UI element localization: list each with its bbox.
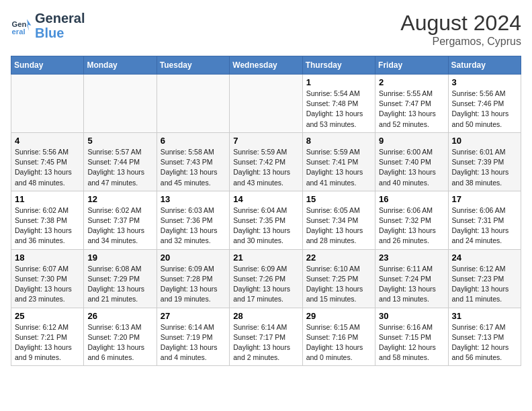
day-number: 18 (15, 253, 80, 263)
day-number: 15 (306, 194, 371, 204)
day-number: 26 (87, 311, 152, 321)
svg-text:Gen: Gen (12, 20, 27, 28)
calendar-header: SundayMondayTuesdayWednesdayThursdayFrid… (11, 56, 521, 75)
day-content: Sunrise: 6:14 AM Sunset: 7:17 PM Dayligh… (233, 322, 298, 363)
day-content: Sunrise: 6:03 AM Sunset: 7:36 PM Dayligh… (161, 205, 226, 246)
calendar-cell: 11Sunrise: 6:02 AM Sunset: 7:38 PM Dayli… (11, 191, 84, 249)
calendar-cell: 2Sunrise: 5:55 AM Sunset: 7:47 PM Daylig… (375, 75, 448, 133)
title-block: August 2024 Pergamos, Cyprus (400, 11, 521, 48)
calendar-cell (11, 75, 84, 133)
calendar-cell (230, 75, 302, 133)
day-number: 2 (379, 77, 444, 87)
logo-icon: Gen eral (11, 15, 32, 36)
calendar-cell: 9Sunrise: 6:00 AM Sunset: 7:40 PM Daylig… (375, 132, 448, 191)
day-content: Sunrise: 5:58 AM Sunset: 7:43 PM Dayligh… (161, 147, 226, 188)
day-content: Sunrise: 6:02 AM Sunset: 7:37 PM Dayligh… (87, 205, 152, 246)
day-content: Sunrise: 5:54 AM Sunset: 7:48 PM Dayligh… (306, 89, 371, 130)
day-content: Sunrise: 6:07 AM Sunset: 7:30 PM Dayligh… (15, 264, 80, 305)
header-cell-saturday: Saturday (448, 56, 521, 75)
day-number: 19 (87, 253, 152, 263)
day-content: Sunrise: 5:59 AM Sunset: 7:42 PM Dayligh… (233, 147, 298, 188)
header-cell-monday: Monday (84, 56, 157, 75)
svg-marker-2 (27, 19, 31, 31)
day-content: Sunrise: 6:00 AM Sunset: 7:40 PM Dayligh… (379, 147, 444, 188)
day-number: 12 (87, 194, 152, 204)
calendar-week-row: 25Sunrise: 6:12 AM Sunset: 7:21 PM Dayli… (11, 308, 521, 366)
calendar-cell: 3Sunrise: 5:56 AM Sunset: 7:46 PM Daylig… (448, 75, 521, 133)
header-cell-thursday: Thursday (302, 56, 375, 75)
calendar-week-row: 4Sunrise: 5:56 AM Sunset: 7:45 PM Daylig… (11, 132, 521, 191)
calendar-cell: 20Sunrise: 6:09 AM Sunset: 7:28 PM Dayli… (157, 249, 229, 308)
header-cell-sunday: Sunday (11, 56, 84, 75)
day-content: Sunrise: 5:56 AM Sunset: 7:46 PM Dayligh… (452, 89, 517, 130)
header-cell-friday: Friday (375, 56, 448, 75)
calendar-cell: 17Sunrise: 6:06 AM Sunset: 7:31 PM Dayli… (448, 191, 521, 249)
day-content: Sunrise: 6:06 AM Sunset: 7:31 PM Dayligh… (452, 205, 517, 246)
day-content: Sunrise: 6:04 AM Sunset: 7:35 PM Dayligh… (233, 205, 298, 246)
day-number: 22 (306, 253, 371, 263)
day-content: Sunrise: 5:55 AM Sunset: 7:47 PM Dayligh… (379, 89, 444, 130)
day-content: Sunrise: 6:08 AM Sunset: 7:29 PM Dayligh… (87, 264, 152, 305)
calendar-cell: 1Sunrise: 5:54 AM Sunset: 7:48 PM Daylig… (302, 75, 375, 133)
calendar-cell: 18Sunrise: 6:07 AM Sunset: 7:30 PM Dayli… (11, 249, 84, 308)
calendar-cell: 15Sunrise: 6:05 AM Sunset: 7:34 PM Dayli… (302, 191, 375, 249)
day-content: Sunrise: 6:09 AM Sunset: 7:26 PM Dayligh… (233, 264, 298, 305)
calendar-cell: 5Sunrise: 5:57 AM Sunset: 7:44 PM Daylig… (84, 132, 157, 191)
day-content: Sunrise: 6:05 AM Sunset: 7:34 PM Dayligh… (306, 205, 371, 246)
day-content: Sunrise: 5:56 AM Sunset: 7:45 PM Dayligh… (15, 147, 80, 188)
calendar-cell: 25Sunrise: 6:12 AM Sunset: 7:21 PM Dayli… (11, 308, 84, 366)
header-row: SundayMondayTuesdayWednesdayThursdayFrid… (11, 56, 521, 75)
calendar-cell: 8Sunrise: 5:59 AM Sunset: 7:41 PM Daylig… (302, 132, 375, 191)
calendar-table: SundayMondayTuesdayWednesdayThursdayFrid… (11, 56, 521, 366)
calendar-cell: 27Sunrise: 6:14 AM Sunset: 7:19 PM Dayli… (157, 308, 229, 366)
day-number: 9 (379, 136, 444, 146)
day-content: Sunrise: 6:17 AM Sunset: 7:13 PM Dayligh… (452, 322, 517, 363)
header-cell-wednesday: Wednesday (230, 56, 302, 75)
day-content: Sunrise: 6:15 AM Sunset: 7:16 PM Dayligh… (306, 322, 371, 363)
day-number: 10 (452, 136, 517, 146)
day-content: Sunrise: 6:12 AM Sunset: 7:21 PM Dayligh… (15, 322, 80, 363)
day-number: 1 (306, 77, 371, 87)
svg-text:eral: eral (12, 28, 26, 36)
logo: Gen eral General Blue (11, 11, 85, 40)
calendar-cell: 7Sunrise: 5:59 AM Sunset: 7:42 PM Daylig… (230, 132, 302, 191)
page-header: Gen eral General Blue August 2024 Pergam… (11, 11, 521, 48)
day-number: 5 (87, 136, 152, 146)
day-number: 11 (15, 194, 80, 204)
calendar-cell: 21Sunrise: 6:09 AM Sunset: 7:26 PM Dayli… (230, 249, 302, 308)
calendar-cell: 19Sunrise: 6:08 AM Sunset: 7:29 PM Dayli… (84, 249, 157, 308)
calendar-week-row: 1Sunrise: 5:54 AM Sunset: 7:48 PM Daylig… (11, 75, 521, 133)
day-number: 20 (161, 253, 226, 263)
day-number: 4 (15, 136, 80, 146)
calendar-cell: 13Sunrise: 6:03 AM Sunset: 7:36 PM Dayli… (157, 191, 229, 249)
day-content: Sunrise: 6:14 AM Sunset: 7:19 PM Dayligh… (161, 322, 226, 363)
day-content: Sunrise: 6:16 AM Sunset: 7:15 PM Dayligh… (379, 322, 444, 363)
day-content: Sunrise: 6:09 AM Sunset: 7:28 PM Dayligh… (161, 264, 226, 305)
calendar-cell: 12Sunrise: 6:02 AM Sunset: 7:37 PM Dayli… (84, 191, 157, 249)
calendar-week-row: 11Sunrise: 6:02 AM Sunset: 7:38 PM Dayli… (11, 191, 521, 249)
calendar-cell: 6Sunrise: 5:58 AM Sunset: 7:43 PM Daylig… (157, 132, 229, 191)
day-number: 28 (233, 311, 298, 321)
calendar-cell: 29Sunrise: 6:15 AM Sunset: 7:16 PM Dayli… (302, 308, 375, 366)
calendar-cell (84, 75, 157, 133)
day-number: 23 (379, 253, 444, 263)
calendar-cell: 23Sunrise: 6:11 AM Sunset: 7:24 PM Dayli… (375, 249, 448, 308)
day-number: 31 (452, 311, 517, 321)
logo-general: General (35, 11, 85, 26)
day-content: Sunrise: 5:57 AM Sunset: 7:44 PM Dayligh… (87, 147, 152, 188)
day-number: 29 (306, 311, 371, 321)
day-number: 21 (233, 253, 298, 263)
day-number: 8 (306, 136, 371, 146)
day-number: 24 (452, 253, 517, 263)
calendar-cell: 28Sunrise: 6:14 AM Sunset: 7:17 PM Dayli… (230, 308, 302, 366)
day-number: 16 (379, 194, 444, 204)
day-content: Sunrise: 6:06 AM Sunset: 7:32 PM Dayligh… (379, 205, 444, 246)
location-subtitle: Pergamos, Cyprus (400, 36, 521, 48)
calendar-week-row: 18Sunrise: 6:07 AM Sunset: 7:30 PM Dayli… (11, 249, 521, 308)
day-content: Sunrise: 6:02 AM Sunset: 7:38 PM Dayligh… (15, 205, 80, 246)
calendar-cell: 24Sunrise: 6:12 AM Sunset: 7:23 PM Dayli… (448, 249, 521, 308)
day-content: Sunrise: 6:01 AM Sunset: 7:39 PM Dayligh… (452, 147, 517, 188)
day-number: 17 (452, 194, 517, 204)
day-number: 3 (452, 77, 517, 87)
day-content: Sunrise: 6:10 AM Sunset: 7:25 PM Dayligh… (306, 264, 371, 305)
